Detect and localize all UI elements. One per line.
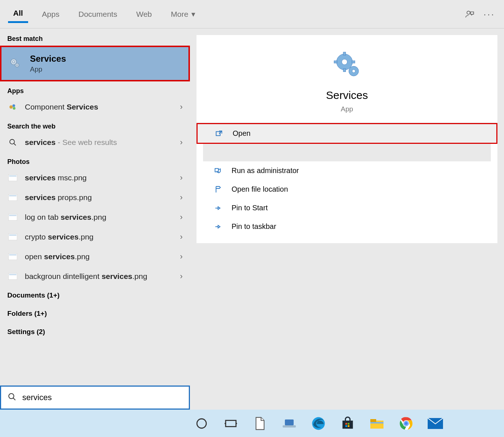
svg-rect-33	[226, 420, 236, 426]
chevron-right-icon: ›	[180, 102, 183, 112]
app-result-component-services[interactable]: Component Services ›	[0, 97, 190, 117]
action-pin-taskbar-label: Pin to taskbar	[232, 222, 276, 231]
svg-rect-35	[283, 425, 296, 428]
chevron-right-icon: ›	[180, 272, 183, 281]
detail-title: Services	[196, 89, 497, 101]
image-file-icon	[7, 214, 18, 221]
component-services-icon	[7, 103, 18, 111]
app-result-label: Component Services	[25, 103, 173, 111]
taskbar-chrome-icon[interactable]	[398, 415, 414, 432]
web-section-label: Search the web	[0, 117, 190, 133]
chevron-right-icon: ›	[180, 193, 183, 202]
action-open-location[interactable]: Open file location	[196, 180, 497, 199]
svg-rect-39	[348, 423, 350, 425]
chevron-right-icon: ›	[180, 232, 183, 242]
open-icon	[214, 130, 224, 138]
image-file-icon	[7, 273, 18, 280]
svg-point-2	[13, 61, 15, 63]
photo-result-label: services props.png	[25, 193, 173, 202]
taskbar-edge-icon[interactable]	[310, 415, 327, 432]
action-run-admin-label: Run as administrator	[232, 166, 299, 175]
taskbar-explorer-icon[interactable]	[369, 415, 385, 432]
taskbar-cortana-icon[interactable]	[194, 415, 210, 432]
image-file-icon	[7, 194, 18, 201]
action-run-admin[interactable]: Run as administrator	[196, 161, 497, 180]
photo-result-label: services msc.png	[25, 173, 173, 182]
photo-result[interactable]: open services.png ›	[0, 247, 190, 267]
gear-icon	[9, 57, 20, 70]
search-input[interactable]	[22, 393, 182, 402]
svg-rect-16	[9, 234, 16, 236]
taskbar-mail-icon[interactable]	[427, 415, 443, 432]
svg-rect-23	[343, 52, 346, 55]
photo-result[interactable]: services msc.png ›	[0, 168, 190, 188]
apps-section-label: Apps	[0, 81, 190, 97]
svg-rect-30	[215, 168, 218, 172]
documents-group[interactable]: Documents (1+)	[0, 286, 190, 304]
feedback-icon[interactable]	[463, 8, 476, 21]
best-match-label: Best match	[0, 28, 190, 46]
action-open[interactable]: Open	[196, 123, 497, 144]
more-options-icon[interactable]: ···	[483, 8, 496, 21]
svg-rect-26	[352, 61, 355, 63]
photo-result[interactable]: backgroun dintelligent services.png ›	[0, 267, 190, 286]
svg-rect-37	[343, 421, 353, 429]
tab-web[interactable]: Web	[131, 6, 157, 22]
taskbar-taskview-icon[interactable]	[223, 415, 239, 432]
best-match-result[interactable]: Services App	[0, 46, 190, 81]
taskbar-store-icon[interactable]	[340, 415, 356, 432]
svg-point-22	[342, 59, 347, 65]
pin-icon	[213, 223, 223, 231]
search-icon	[7, 138, 18, 146]
svg-point-4	[16, 65, 18, 66]
best-match-subtitle: App	[30, 65, 66, 73]
svg-point-6	[12, 104, 15, 107]
web-result-services[interactable]: services - See web results ›	[0, 133, 190, 152]
svg-point-8	[10, 139, 15, 144]
svg-rect-14	[9, 215, 16, 216]
photo-result[interactable]: log on tab services.png ›	[0, 207, 190, 227]
settings-group[interactable]: Settings (2)	[0, 323, 190, 341]
taskbar-laptop-icon[interactable]	[281, 415, 297, 432]
svg-point-7	[13, 107, 15, 110]
photos-section-label: Photos	[0, 152, 190, 168]
action-pin-taskbar[interactable]: Pin to taskbar	[196, 217, 497, 236]
svg-rect-43	[370, 419, 376, 422]
action-open-label: Open	[233, 129, 251, 138]
tab-all[interactable]: All	[8, 5, 28, 23]
tab-apps[interactable]: Apps	[37, 6, 65, 22]
photo-result[interactable]: crypto services.png ›	[0, 227, 190, 247]
svg-rect-41	[348, 425, 350, 427]
action-pin-start[interactable]: Pin to Start	[196, 199, 497, 217]
action-open-location-label: Open file location	[232, 185, 288, 193]
svg-rect-25	[334, 61, 337, 63]
search-icon	[8, 392, 16, 403]
detail-subtitle: App	[196, 105, 497, 113]
image-file-icon	[7, 234, 18, 240]
search-box[interactable]	[0, 386, 190, 410]
photo-result-label: backgroun dintelligent services.png	[25, 272, 173, 281]
gear-icon	[332, 50, 362, 80]
svg-rect-12	[9, 195, 16, 196]
svg-rect-44	[370, 422, 383, 423]
photo-result-label: open services.png	[25, 252, 173, 261]
tab-documents[interactable]: Documents	[73, 6, 122, 22]
svg-rect-10	[9, 175, 16, 177]
photo-result-label: log on tab services.png	[25, 213, 173, 222]
chevron-right-icon: ›	[180, 173, 183, 183]
tab-more[interactable]: More ▾	[166, 6, 201, 22]
photo-result-label: crypto services.png	[25, 233, 173, 241]
results-column: Best match Services App Apps Component S…	[0, 28, 190, 410]
svg-rect-38	[345, 423, 347, 425]
svg-point-5	[9, 105, 13, 108]
svg-rect-34	[285, 419, 294, 425]
folders-group[interactable]: Folders (1+)	[0, 304, 190, 323]
svg-point-28	[352, 70, 355, 73]
image-file-icon	[7, 253, 18, 260]
taskbar-document-icon[interactable]	[252, 415, 268, 432]
best-match-title: Services	[30, 54, 66, 64]
svg-point-0	[467, 11, 470, 14]
svg-rect-24	[343, 69, 346, 72]
photo-result[interactable]: services props.png ›	[0, 188, 190, 207]
svg-point-32	[197, 419, 206, 428]
